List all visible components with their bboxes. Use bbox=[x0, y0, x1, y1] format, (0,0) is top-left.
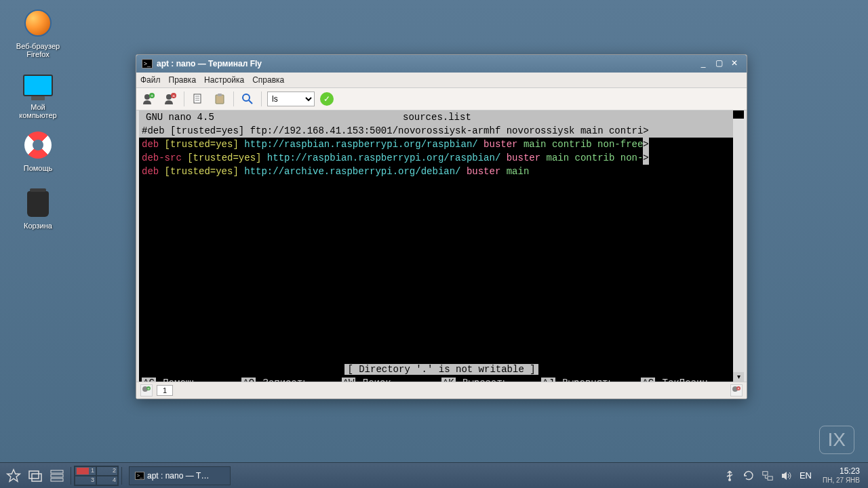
close-tab-button[interactable]: × bbox=[730, 384, 743, 396]
toolbar-separator bbox=[184, 92, 184, 106]
system-tray: EN 15:23 ПН, 27 ЯНВ bbox=[724, 466, 865, 485]
window-title: apt : nano — Терминал Fly bbox=[157, 59, 694, 68]
desktop-icon-computer[interactable]: Мой компьютер bbox=[11, 68, 65, 119]
network-icon[interactable] bbox=[762, 470, 774, 482]
svg-rect-27 bbox=[768, 476, 772, 479]
menu-file[interactable]: Файл bbox=[140, 75, 161, 85]
svg-text:×: × bbox=[172, 93, 176, 99]
svg-rect-26 bbox=[763, 471, 768, 474]
clock-time: 15:23 bbox=[823, 466, 860, 476]
pager-desktop-1[interactable]: 1 bbox=[75, 466, 96, 476]
search-button[interactable] bbox=[239, 91, 256, 107]
terminal-line[interactable]: deb [trusted=yes] http://raspbian.raspbe… bbox=[139, 138, 744, 151]
desktop-icon-label: Мой компьютер bbox=[11, 103, 65, 119]
desktop-icon-help[interactable]: Помощь bbox=[11, 129, 65, 172]
terminal-icon: >_ bbox=[135, 472, 144, 480]
terminal-line[interactable]: deb-src [trusted=yes] http://raspbian.ra… bbox=[139, 151, 744, 165]
nano-shortcut: ^K Вырезать bbox=[441, 376, 541, 382]
keyboard-layout[interactable]: EN bbox=[800, 470, 812, 482]
svg-rect-24 bbox=[51, 479, 63, 481]
svg-rect-22 bbox=[51, 470, 63, 473]
desktop-icon-trash[interactable]: Корзина bbox=[11, 186, 65, 230]
terminal-icon: >_ bbox=[142, 59, 153, 68]
terminal-scrollbar[interactable]: ▴ ▾ bbox=[733, 110, 744, 382]
help-icon bbox=[22, 129, 54, 161]
toolbar-separator bbox=[261, 92, 262, 106]
svg-text:×: × bbox=[737, 386, 740, 390]
menu-help[interactable]: Справка bbox=[252, 75, 284, 85]
show-desktop-button[interactable] bbox=[26, 466, 45, 485]
svg-point-12 bbox=[243, 94, 250, 101]
terminal-line[interactable]: #deb [trusted=yes] ftp://192.168.41.153:… bbox=[139, 124, 744, 138]
svg-point-3 bbox=[166, 94, 172, 100]
nano-shortcut: ^J Выровнять bbox=[541, 376, 641, 382]
task-label: apt : nano — Т… bbox=[147, 471, 209, 481]
maximize-button[interactable]: ▢ bbox=[712, 58, 726, 69]
clock-date: ПН, 27 ЯНВ bbox=[823, 476, 860, 485]
window-titlebar[interactable]: >_ apt : nano — Терминал Fly _ ▢ ✕ bbox=[136, 55, 747, 73]
svg-rect-20 bbox=[29, 471, 39, 479]
taskbar-separator bbox=[71, 467, 71, 485]
nano-status-line: [ Directory '.' is not writable ] bbox=[139, 363, 744, 376]
nano-app-name: GNU nano 4.5 bbox=[142, 110, 214, 124]
add-tab-button[interactable]: + bbox=[140, 384, 153, 396]
pager-desktop-2[interactable]: 2 bbox=[96, 466, 118, 476]
terminal-window: >_ apt : nano — Терминал Fly _ ▢ ✕ Файл … bbox=[136, 54, 747, 399]
pager-desktop-4[interactable]: 4 bbox=[96, 476, 118, 485]
nano-shortcuts: ^G Помощь^O Записать^W Поиск^K Вырезать^… bbox=[139, 376, 744, 382]
menu-edit[interactable]: Правка bbox=[169, 75, 197, 85]
pager-desktop-3[interactable]: 3 bbox=[75, 476, 96, 485]
usb-icon[interactable] bbox=[724, 470, 736, 482]
nano-header: GNU nano 4.5 sources.list bbox=[139, 110, 744, 124]
taskbar: 1 2 3 4 >_ apt : nano — Т… EN 15:23 ПН, … bbox=[0, 462, 868, 488]
svg-text:+: + bbox=[151, 93, 154, 99]
svg-rect-21 bbox=[32, 474, 41, 481]
toolbar: + × ls ✓ bbox=[136, 88, 747, 110]
nano-status-text: [ Directory '.' is not writable ] bbox=[344, 364, 538, 375]
paste-button[interactable] bbox=[212, 91, 228, 107]
taskbar-clock[interactable]: 15:23 ПН, 27 ЯНВ bbox=[823, 466, 860, 485]
svg-line-13 bbox=[249, 100, 252, 104]
scrollbar-down[interactable]: ▾ bbox=[733, 372, 744, 382]
trash-icon bbox=[22, 186, 54, 219]
file-manager-button[interactable] bbox=[47, 466, 66, 485]
svg-rect-23 bbox=[51, 474, 63, 477]
svg-text:+: + bbox=[147, 386, 150, 390]
terminal[interactable]: GNU nano 4.5 sources.list #deb [trusted=… bbox=[139, 110, 744, 382]
start-button[interactable] bbox=[4, 466, 23, 485]
add-user-button[interactable]: + bbox=[140, 91, 157, 107]
terminal-wrap: GNU nano 4.5 sources.list #deb [trusted=… bbox=[136, 110, 747, 382]
menubar: Файл Правка Настройка Справка bbox=[136, 73, 747, 88]
nano-shortcut: ^W Поиск bbox=[342, 376, 441, 382]
copy-button[interactable] bbox=[190, 91, 206, 107]
desktop-icon-label: Веб-браузер Firefox bbox=[11, 42, 65, 58]
svg-rect-11 bbox=[218, 94, 222, 96]
close-button[interactable]: ✕ bbox=[728, 58, 741, 69]
firefox-icon bbox=[22, 7, 54, 39]
taskbar-task-terminal[interactable]: >_ apt : nano — Т… bbox=[129, 466, 231, 485]
terminal-tabbar: + 1 × bbox=[136, 382, 747, 399]
terminal-tab[interactable]: 1 bbox=[157, 385, 173, 396]
scrollbar-thumb[interactable]: ▴ bbox=[733, 110, 744, 119]
remove-user-button[interactable]: × bbox=[162, 91, 178, 107]
nano-shortcut: ^G Помощь bbox=[142, 376, 241, 382]
nano-shortcut: ^C ТекПозиц bbox=[641, 376, 741, 382]
volume-icon[interactable] bbox=[781, 470, 793, 482]
run-button[interactable]: ✓ bbox=[320, 92, 334, 106]
svg-point-25 bbox=[728, 479, 731, 481]
minimize-button[interactable]: _ bbox=[696, 58, 710, 69]
desktop-icon-label: Корзина bbox=[11, 222, 65, 230]
terminal-line[interactable]: deb [trusted=yes] http://archive.raspber… bbox=[139, 165, 744, 178]
updates-icon[interactable] bbox=[743, 470, 755, 482]
nano-shortcut: ^O Записать bbox=[241, 376, 341, 382]
command-select[interactable]: ls bbox=[267, 92, 315, 106]
desktop-icon-firefox[interactable]: Веб-браузер Firefox bbox=[11, 7, 65, 58]
monitor-icon bbox=[22, 68, 54, 100]
terminal-body[interactable]: #deb [trusted=yes] ftp://192.168.41.153:… bbox=[139, 124, 744, 178]
desktop-pager[interactable]: 1 2 3 4 bbox=[74, 466, 119, 486]
os-watermark: IX bbox=[819, 426, 854, 454]
menu-settings[interactable]: Настройка bbox=[204, 75, 244, 85]
toolbar-separator bbox=[233, 92, 234, 106]
svg-point-0 bbox=[144, 94, 150, 100]
taskbar-separator bbox=[121, 467, 122, 485]
